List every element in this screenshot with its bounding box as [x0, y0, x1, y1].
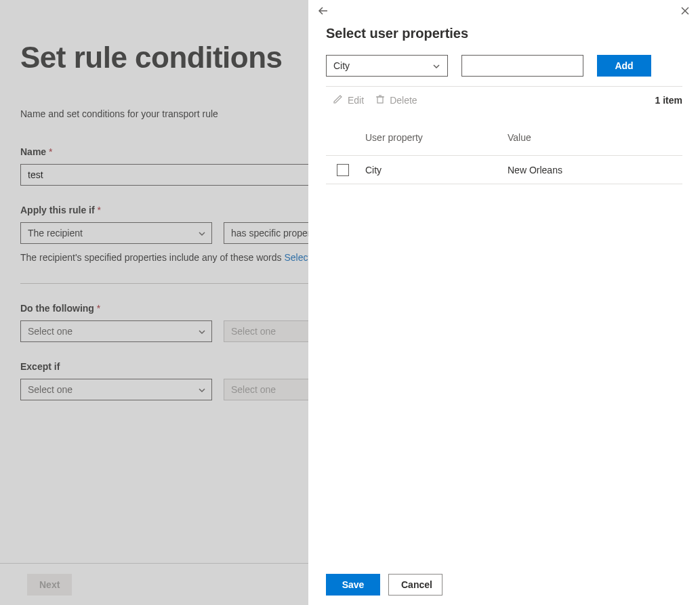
item-count: 1 item	[655, 95, 682, 106]
close-button[interactable]	[677, 3, 693, 20]
property-value-input[interactable]	[461, 55, 583, 77]
row-checkbox[interactable]	[337, 164, 349, 176]
delete-command: Delete	[375, 93, 417, 106]
add-button[interactable]: Add	[597, 55, 651, 77]
edit-command: Edit	[333, 93, 364, 106]
panel-footer: Save Cancel	[308, 564, 700, 605]
col-value: Value	[508, 132, 682, 143]
cell-property: City	[365, 165, 508, 175]
close-icon	[680, 5, 691, 18]
select-user-properties-panel: Select user properties City Add Edit Del…	[308, 0, 700, 605]
panel-title: Select user properties	[326, 26, 682, 41]
cell-value: New Orleans	[508, 165, 682, 175]
save-button[interactable]: Save	[326, 574, 380, 596]
cancel-button[interactable]: Cancel	[388, 574, 442, 596]
property-select[interactable]: City	[326, 55, 448, 77]
table-row[interactable]: City New Orleans	[326, 156, 682, 184]
pencil-icon	[333, 93, 344, 106]
back-button[interactable]	[315, 3, 331, 20]
col-user-property: User property	[365, 132, 508, 143]
arrow-left-icon	[318, 5, 329, 18]
svg-rect-3	[377, 97, 383, 103]
chevron-down-icon	[432, 62, 440, 70]
trash-icon	[375, 93, 386, 106]
properties-table: User property Value City New Orleans	[326, 116, 682, 184]
